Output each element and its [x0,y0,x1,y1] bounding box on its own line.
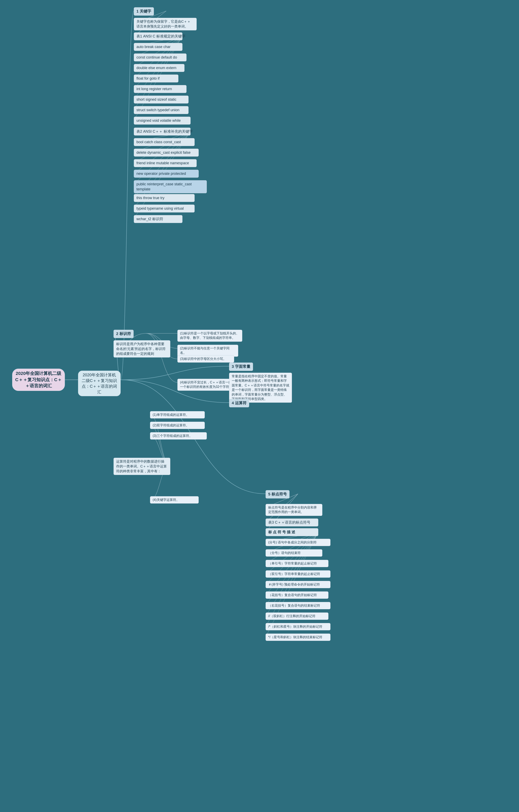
kw-row-7: struct switch typedef union [134,106,189,114]
kw-row-5: int long register return [134,85,187,93]
id-rule-3: (3)标识符中的字母区分大小写。 [177,355,234,362]
op-row-3: (3)三个字符组成的运算符。 [150,432,207,439]
section-4: 4 运算符 [229,399,249,407]
section-1: 1 关键字 [134,7,154,16]
root-node: 2020年全国计算机二级C＋＋复习知识点：C＋＋语言的词汇 [12,369,65,391]
section-2: 2 标识符 [113,330,134,338]
kw2-row-8: wchar_t2 标识符 [134,215,183,223]
punct-row-2: （分号）语句的结束符 [266,549,322,557]
keywords-desc: 关键字也称为保留字，它是由C＋＋语言本身预先定义好的一类单词。 [134,18,197,30]
kw2-row-4: new operator private protected [134,170,199,178]
op-row-2: (2)双字符组成的运算符。 [150,422,205,429]
punct-row-4: （双引号）字符串常量的起止标记符 [266,570,330,578]
kw2-row-1: bool catch class const_cast [134,138,195,146]
identifier-desc: 标识符是用户为程序中各种需要命名的'元素'所起的名字，标识符的组成要符合一定的规… [113,340,170,357]
svg-line-4 [134,36,183,68]
punct-row-3: （单引号）字符常量的起止标记符 [266,560,328,567]
kw2-row-3: friend inline mutable namespace [134,159,197,167]
svg-line-23 [266,532,318,563]
punct-row-1: (分号) 语句中各成分之间的分割符 [266,539,330,546]
op-row-1: (1)单字符组成的运算符。 [150,411,205,418]
section-3: 3 字面常量 [229,362,253,371]
table1-title: 表1 ANSI C 标准规定的关键字 [134,32,183,40]
kw2-row-5: public reinterpret_case static_cast temp… [134,180,207,193]
kw-row-2: const continue default do [134,54,187,61]
section-5: 5 标点符号 [266,490,290,498]
punctuation-desc: 标点符号是在程序中分割内容和界定范围作用的一类单词。 [266,504,322,516]
punct-row-10: */（星号和斜杠）块注释的结束标记符 [266,634,330,641]
table3-header: 标 点 符 号 描 述 [266,528,318,536]
id-rule-1: (1)标识符是一个以字母或下划线开头的、由字母、数字、下划线组成的字符串。 [177,330,242,342]
punct-row-5: ＃(井字号) 预处理命令的开始标记符 [266,581,330,588]
punct-row-6: （花括号）复合语句的开始标记符 [266,591,328,599]
punct-row-8: //（双斜杠）行注释的开始标记符 [266,612,328,620]
kw2-row-7: typeid typename using virtual [134,205,195,212]
punct-row-7: （右花括号）复合语句的结束标记符 [266,602,330,609]
op-key: (4)关键字运算符。 [150,496,199,503]
kw2-row-2: delete dynamic_cast explicit false [134,149,199,156]
id-rule-2: (2)标识符不能与任意一个关键字同名。 [177,345,238,357]
kw-row-4: float for goto if [134,75,179,82]
kw-row-6: short signed sizeof static [134,96,189,104]
kw-row-1: auto break case char [134,43,183,51]
table2-title: 表2 ANSI C＋＋ 标准补充的关键字 [134,127,191,136]
table3-title: 表3 C＋＋语言的标点符号 [266,519,318,526]
main-node: 2020年全国计算机二级C＋＋复习知识点：C＋＋语言的词汇 [78,371,120,396]
kw-row-8: unsigned void volatile while [134,117,191,124]
kw2-row-6: this throw true try [134,194,195,202]
literal-desc: 常量是指在程序中固定不变的值。常量一般有两种表示形式：即符号常量和字面常量。C＋… [229,373,292,403]
svg-line-12 [134,131,191,163]
operator-desc: 运算符是对程序中的数据进行操作的一类单词。C＋＋语言中运算符的种类非常丰富，其中… [113,458,170,475]
punct-row-9: /*（斜杠和星号）块注释的开始标记符 [266,623,330,630]
kw-row-3: double else enum extern [134,64,185,72]
